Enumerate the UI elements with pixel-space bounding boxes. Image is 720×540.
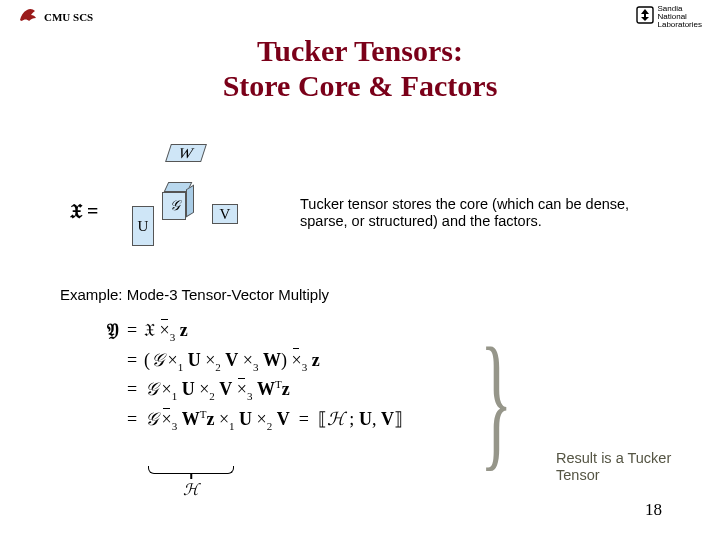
sponsor-logo: Sandia National Laboratories bbox=[636, 5, 702, 29]
core-side-face bbox=[186, 185, 194, 218]
equals-sign: = bbox=[120, 375, 144, 405]
equation-row-2: = (𝒢 ×1 U ×2 V ×3 W) ×3 z bbox=[80, 346, 403, 376]
equation-block: 𝔜 = 𝔛 ×3 z = (𝒢 ×1 U ×2 V ×3 W) ×3 z = 𝒢… bbox=[80, 316, 403, 435]
underbrace-h: ℋ bbox=[148, 466, 234, 499]
equals-sign: = bbox=[120, 405, 144, 435]
result-brace: } bbox=[480, 326, 552, 476]
sponsor-text: Sandia National Laboratories bbox=[658, 5, 702, 29]
equation-row-4: = 𝒢 ×3 WTz ×1 U ×2 V = ⟦ℋ ; U, V⟧ bbox=[80, 405, 403, 435]
eq-rhs: 𝒢 ×1 U ×2 V ×3 WTz bbox=[144, 375, 290, 405]
explanation-text: Tucker tensor stores the core (which can… bbox=[300, 196, 680, 231]
brace-icon bbox=[148, 466, 234, 474]
slide-header: CMU SCS Sandia National Laboratories bbox=[0, 0, 720, 28]
core-front-face: 𝒢 bbox=[162, 192, 186, 220]
underbrace-label: ℋ bbox=[148, 480, 234, 499]
sponsor-line: Laboratories bbox=[658, 21, 702, 29]
org-label: CMU SCS bbox=[44, 11, 93, 23]
eq-rhs: 𝒢 ×3 WTz ×1 U ×2 V = ⟦ℋ ; U, V⟧ bbox=[144, 405, 403, 435]
slide-title: Tucker Tensors: Store Core & Factors bbox=[0, 34, 720, 103]
big-brace-icon: } bbox=[480, 337, 512, 465]
equation-row-1: 𝔜 = 𝔛 ×3 z bbox=[80, 316, 403, 346]
example-heading: Example: Mode-3 Tensor-Vector Multiply bbox=[60, 286, 329, 303]
factor-u-box: U bbox=[132, 206, 154, 246]
core-tensor-g: 𝒢 bbox=[162, 192, 186, 220]
tucker-decomposition-diagram: 𝔛 = W 𝒢 V U bbox=[70, 130, 270, 250]
result-annotation: Result is a Tucker Tensor bbox=[556, 450, 686, 483]
equals-sign: = bbox=[120, 316, 144, 346]
page-number: 18 bbox=[645, 500, 662, 520]
eq-rhs: (𝒢 ×1 U ×2 V ×3 W) ×3 z bbox=[144, 346, 320, 376]
title-line-2: Store Core & Factors bbox=[0, 69, 720, 104]
dragon-icon bbox=[18, 6, 38, 28]
eq-lhs: 𝔜 bbox=[80, 316, 120, 346]
core-label: 𝒢 bbox=[169, 198, 179, 214]
thunderbird-icon bbox=[636, 6, 654, 28]
factor-v-box: V bbox=[212, 204, 238, 224]
equation-row-3: = 𝒢 ×1 U ×2 V ×3 WTz bbox=[80, 375, 403, 405]
tensor-x-equals: 𝔛 = bbox=[70, 200, 98, 223]
factor-w-box: W bbox=[165, 144, 207, 162]
eq-rhs: 𝔛 ×3 z bbox=[144, 316, 188, 346]
equals-sign: = bbox=[120, 346, 144, 376]
title-line-1: Tucker Tensors: bbox=[0, 34, 720, 69]
header-left: CMU SCS bbox=[18, 6, 93, 28]
